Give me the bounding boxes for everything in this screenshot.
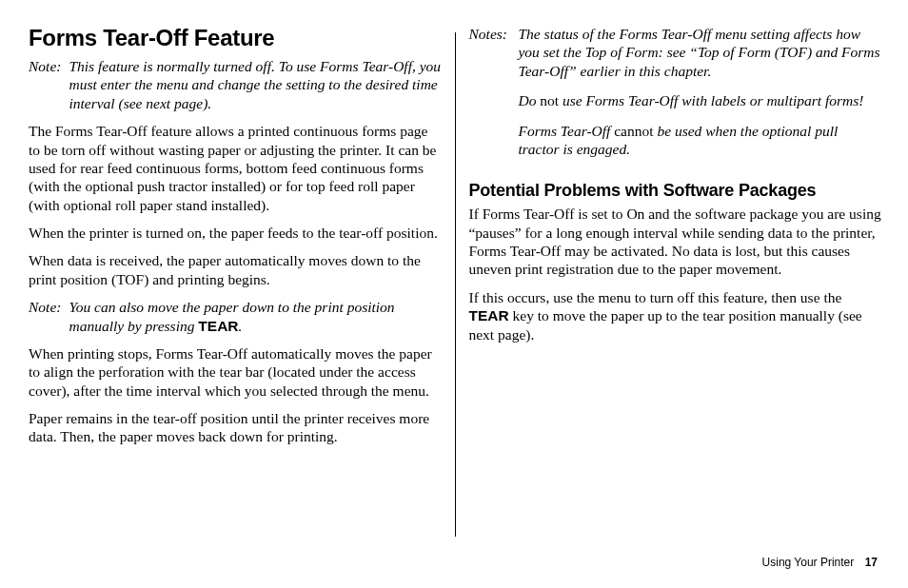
note-label: Note: <box>29 298 69 335</box>
notes-label: Notes: <box>468 25 518 169</box>
subsection-heading: Potential Problems with Software Package… <box>468 181 881 201</box>
emphasis-cannot: cannot <box>614 123 653 139</box>
right-column: Notes: The status of the Forms Tear-Off … <box>468 25 881 533</box>
two-column-layout: Forms Tear-Off Feature Note: This featur… <box>0 0 908 533</box>
note-body: You can also move the paper down to the … <box>69 298 441 335</box>
body-paragraph: If this occurs, use the menu to turn off… <box>468 288 881 343</box>
footer-section: Using Your Printer <box>762 556 855 569</box>
key-label: TEAR <box>468 307 508 323</box>
note-block: Note: You can also move the paper down t… <box>29 298 442 335</box>
body-paragraph: When printing stops, Forms Tear-Off auto… <box>29 344 442 400</box>
column-divider <box>455 32 456 537</box>
note-text: . <box>239 318 243 334</box>
body-paragraph: The Forms Tear-Off feature allows a prin… <box>29 122 442 214</box>
body-paragraph: If Forms Tear-Off is set to On and the s… <box>468 205 881 279</box>
note-text: Do not use Forms Tear-Off with labels or… <box>518 91 881 109</box>
body-text: key to move the paper up to the tear pos… <box>468 307 861 342</box>
document-page: Forms Tear-Off Feature Note: This featur… <box>0 0 908 588</box>
note-block: Note: This feature is normally turned of… <box>29 57 442 112</box>
note-text: The status of the Forms Tear-Off menu se… <box>518 25 881 80</box>
note-text: Forms Tear-Off cannot be used when the o… <box>518 122 881 159</box>
body-paragraph: Paper remains in the tear-off position u… <box>29 409 442 446</box>
note-body: This feature is normally turned off. To … <box>69 57 441 112</box>
page-number: 17 <box>865 556 878 569</box>
body-text: If this occurs, use the menu to turn off… <box>468 289 841 305</box>
note-text: use Forms Tear-Off with labels or multip… <box>559 92 863 108</box>
page-footer: Using Your Printer 17 <box>762 556 878 569</box>
key-label: TEAR <box>198 318 238 334</box>
note-label: Note: <box>29 57 69 112</box>
body-paragraph: When data is received, the paper automat… <box>29 251 442 288</box>
left-column: Forms Tear-Off Feature Note: This featur… <box>29 25 442 533</box>
note-text: Forms Tear-Off <box>518 123 614 139</box>
note-text: Do <box>518 92 540 108</box>
body-paragraph: When the printer is turned on, the paper… <box>29 224 442 242</box>
notes-body: The status of the Forms Tear-Off menu se… <box>518 25 881 169</box>
emphasis-not: not <box>540 92 559 108</box>
notes-block: Notes: The status of the Forms Tear-Off … <box>468 25 881 169</box>
section-heading: Forms Tear-Off Feature <box>29 25 442 51</box>
